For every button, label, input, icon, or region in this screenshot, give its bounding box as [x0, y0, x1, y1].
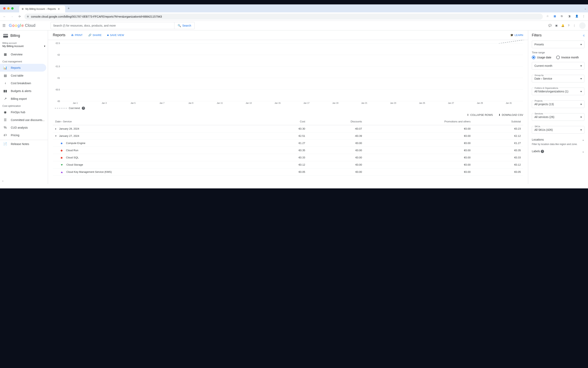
usage-date-radio[interactable]: Usage date — [532, 55, 551, 59]
bar-chart-icon: 📊 — [3, 66, 7, 70]
sidebar: Billing Billing account My Billing Accou… — [0, 30, 48, 184]
console-header: ☰ Google Cloud Search (/) for resources,… — [0, 21, 588, 30]
maximize-window-icon[interactable] — [11, 7, 14, 9]
table-row[interactable]: Cloud Storage€0.12€0.00€0.00€0.12 — [53, 161, 523, 168]
sidebar-item-pricing[interactable]: 🏷 Pricing — [0, 131, 48, 139]
table-row[interactable]: ▾ January 27, 2024€2.51-€0.39€0.00€2.12 — [53, 132, 523, 140]
cost-table: Date › ServiceCostDiscountsPromotions an… — [53, 118, 523, 175]
browser-toolbar: ← → ⟳ ⚙ console.cloud.google.com/billing… — [0, 12, 588, 21]
sidebar-item-cud-analysis[interactable]: % CUD analysis — [0, 124, 48, 131]
sidebar-item-reports[interactable]: 📊 Reports — [0, 64, 46, 72]
back-button[interactable]: ← — [2, 14, 7, 19]
share-button[interactable]: 🔗SHARE — [88, 34, 101, 37]
sidebar-section-cost-management: Cost management — [0, 58, 48, 64]
presets-select[interactable]: Presets▾ — [532, 41, 584, 48]
chevron-down-icon: ⌄ — [582, 138, 584, 141]
forward-button[interactable]: → — [9, 14, 15, 19]
page-title: Reports — [53, 33, 65, 37]
filters-panel: Filters ›| Presets▾ Time range Usage dat… — [528, 30, 588, 184]
chevron-down-icon: ⌄ — [582, 150, 584, 153]
close-window-icon[interactable] — [3, 7, 6, 9]
search-input[interactable]: Search (/) for resources, docs, products… — [51, 22, 175, 29]
expand-row-icon[interactable]: ▸ — [55, 127, 58, 130]
help-icon[interactable]: ? — [568, 24, 570, 27]
profile-icon[interactable]: 👤 — [575, 15, 579, 18]
collapse-row-icon[interactable]: ▾ — [55, 134, 58, 138]
invoice-month-radio[interactable]: Invoice month — [556, 55, 579, 59]
cud-icon: ☰ — [3, 118, 7, 122]
table-header[interactable]: Subtotal — [473, 118, 523, 125]
table-header[interactable]: Cost — [268, 118, 308, 125]
side-panel-icon[interactable]: ◨ — [568, 15, 572, 18]
google-cloud-logo[interactable]: Google Cloud — [9, 23, 35, 28]
notifications-icon[interactable]: 🔔 — [561, 24, 564, 27]
collapse-sidebar-icon[interactable]: ‹ — [2, 179, 3, 182]
collapse-rows-button[interactable]: ⇕COLLAPSE ROWS — [467, 113, 493, 116]
cloud-shell-icon[interactable]: ▣ — [555, 24, 558, 27]
save-view-button[interactable]: ■SAVE VIEW — [107, 34, 124, 37]
dropdown-icon: ▾ — [580, 90, 582, 93]
chat-icon[interactable]: 💬 — [548, 24, 551, 27]
sidebar-item-release-notes[interactable]: 📄 Release Notes — [0, 140, 48, 148]
table-row[interactable]: ▸ January 28, 2024€0.30-€0.07€0.00€0.23 — [53, 125, 523, 132]
expand-filters-icon[interactable]: ›| — [583, 34, 584, 37]
sidebar-item-cud[interactable]: ☰ Committed use discounts... — [0, 116, 48, 124]
help-tooltip-icon[interactable]: ? — [541, 150, 544, 153]
close-tab-icon[interactable]: ✕ — [58, 7, 60, 11]
more-icon[interactable]: ⋮ — [573, 24, 576, 27]
labels-section[interactable]: Labels ? ⌄ — [532, 148, 584, 155]
collapse-icon: ⇕ — [467, 113, 469, 116]
learn-button[interactable]: 🎓LEARN — [510, 34, 523, 37]
sidebar-title: Billing — [0, 30, 48, 41]
billing-account-selector[interactable]: Billing account My Billing Account ▾ — [0, 41, 48, 50]
dropdown-icon: ▾ — [580, 43, 582, 46]
table-row[interactable]: Cloud Run€0.35€0.00€0.00€0.35 — [53, 147, 523, 154]
search-button[interactable]: 🔍 Search — [175, 22, 194, 29]
help-tooltip-icon[interactable]: ? — [82, 107, 85, 110]
save-icon: ■ — [107, 34, 109, 37]
table-header[interactable]: Discounts — [308, 118, 364, 125]
tab-list-dropdown-icon[interactable]: ⌄ — [584, 7, 586, 10]
sidebar-item-finops[interactable]: ◉ FinOps hub — [0, 108, 48, 116]
locations-section[interactable]: Locations⌄ — [532, 136, 584, 143]
print-button[interactable]: 🖶PRINT — [71, 34, 83, 37]
table-header[interactable]: Date › Service — [53, 118, 268, 125]
filters-title: Filters — [532, 33, 542, 37]
cost-chart: €2.5€2€1.5€1€0.5€0 — [53, 43, 523, 101]
table-header[interactable]: Promotions and others — [364, 118, 473, 125]
sidebar-item-overview[interactable]: ▦ Overview — [0, 50, 48, 58]
sidebar-item-budgets[interactable]: ▮▮ Budgets & alerts — [0, 87, 48, 95]
translate-icon[interactable]: ▦ — [554, 15, 558, 18]
percent-icon: % — [3, 126, 7, 129]
service-marker-icon — [61, 171, 63, 173]
site-info-icon[interactable]: ⚙ — [27, 15, 29, 18]
account-avatar[interactable] — [579, 22, 586, 29]
address-bar[interactable]: ⚙ console.cloud.google.com/billing/00178… — [24, 14, 543, 20]
url-text: console.cloud.google.com/billing/001787-… — [31, 15, 162, 18]
nav-menu-icon[interactable]: ☰ — [2, 23, 6, 28]
bookmark-star-icon[interactable]: ☆ — [546, 15, 551, 18]
extensions-icon[interactable]: ⧉ — [561, 15, 565, 18]
browser-menu-icon[interactable]: ⋮ — [582, 15, 586, 18]
sidebar-item-cost-table[interactable]: ▤ Cost table — [0, 72, 48, 79]
sidebar-item-billing-export[interactable]: ↗ Billing export — [0, 95, 48, 103]
tab-favicon: ⚙ — [22, 8, 24, 10]
download-csv-button[interactable]: ⬇DOWNLOAD CSV — [498, 113, 523, 116]
download-icon: ⬇ — [498, 113, 501, 116]
table-row[interactable]: Cloud Key Management Service (KMS)€0.05€… — [53, 168, 523, 175]
dropdown-icon: ▾ — [580, 115, 582, 119]
minimize-window-icon[interactable] — [7, 7, 9, 9]
reload-button[interactable]: ⟳ — [17, 14, 22, 19]
new-tab-button[interactable]: + — [68, 6, 70, 11]
radio-unchecked-icon — [556, 55, 560, 59]
table-row[interactable]: Compute Engine€1.27€0.00€0.00€1.27 — [53, 140, 523, 147]
browser-tab[interactable]: ⚙ My Billing Account – Reports ✕ — [19, 6, 65, 12]
share-icon: 🔗 — [88, 34, 92, 37]
page-header: Reports 🖶PRINT 🔗SHARE ■SAVE VIEW 🎓LEARN — [48, 30, 528, 40]
table-row[interactable]: Cloud SQL€0.33€0.00€0.00€0.33 — [53, 154, 523, 161]
sidebar-item-cost-breakdown[interactable]: ⫞ Cost breakdown — [0, 79, 48, 87]
chart-y-axis: €2.5€2€1.5€1€0.5€0 — [53, 43, 61, 101]
finops-icon: ◉ — [3, 110, 7, 114]
time-period-select[interactable]: Current month▾ — [532, 62, 584, 70]
print-icon: 🖶 — [71, 34, 74, 37]
